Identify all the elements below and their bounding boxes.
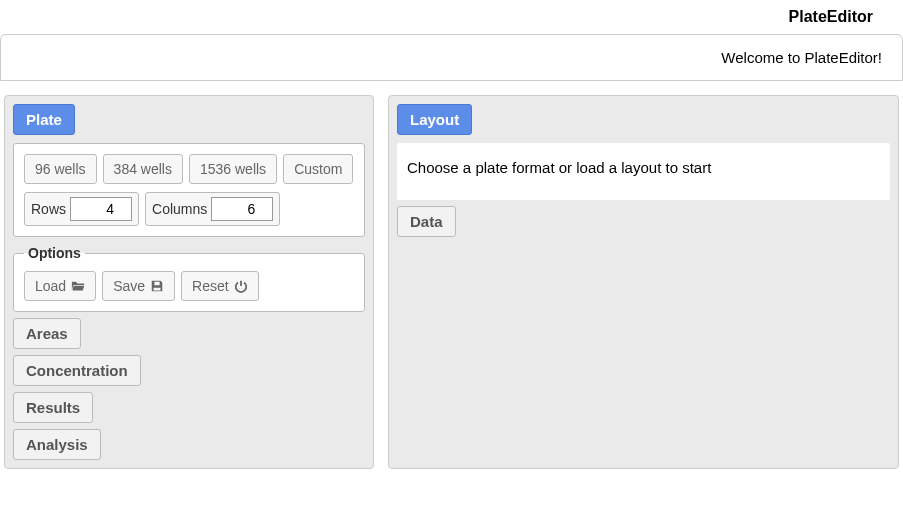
reset-label: Reset (192, 278, 229, 294)
options-buttons-row: Load Save Reset (24, 271, 354, 301)
tab-concentration[interactable]: Concentration (13, 355, 141, 386)
btn-custom[interactable]: Custom (283, 154, 353, 184)
floppy-disk-icon (150, 279, 164, 293)
right-panel: Layout Choose a plate format or load a l… (388, 95, 899, 469)
tab-plate[interactable]: Plate (13, 104, 75, 135)
dimensions-row: Rows Columns (24, 192, 354, 226)
columns-input[interactable] (211, 197, 273, 221)
btn-1536-wells[interactable]: 1536 wells (189, 154, 277, 184)
app-title: PlateEditor (0, 0, 903, 34)
rows-label: Rows (31, 201, 66, 217)
folder-open-icon (71, 279, 85, 293)
format-buttons-row: 96 wells 384 wells 1536 wells Custom (24, 154, 354, 184)
load-button[interactable]: Load (24, 271, 96, 301)
save-label: Save (113, 278, 145, 294)
options-legend: Options (24, 245, 85, 261)
load-label: Load (35, 278, 66, 294)
plate-format-panel: 96 wells 384 wells 1536 wells Custom Row… (13, 143, 365, 237)
welcome-text: Welcome to PlateEditor! (721, 49, 882, 66)
left-panel: Plate 96 wells 384 wells 1536 wells Cust… (4, 95, 374, 469)
layout-message: Choose a plate format or load a layout t… (407, 159, 711, 176)
tab-analysis[interactable]: Analysis (13, 429, 101, 460)
layout-content: Choose a plate format or load a layout t… (397, 143, 890, 200)
main-container: Plate 96 wells 384 wells 1536 wells Cust… (0, 95, 903, 469)
tab-data[interactable]: Data (397, 206, 456, 237)
rows-input[interactable] (70, 197, 132, 221)
power-icon (234, 279, 248, 293)
tab-areas[interactable]: Areas (13, 318, 81, 349)
save-button[interactable]: Save (102, 271, 175, 301)
btn-96-wells[interactable]: 96 wells (24, 154, 97, 184)
tab-layout[interactable]: Layout (397, 104, 472, 135)
btn-384-wells[interactable]: 384 wells (103, 154, 183, 184)
rows-control: Rows (24, 192, 139, 226)
options-fieldset: Options Load Save Reset (13, 245, 365, 312)
reset-button[interactable]: Reset (181, 271, 259, 301)
columns-label: Columns (152, 201, 207, 217)
welcome-banner: Welcome to PlateEditor! (0, 34, 903, 81)
tab-results[interactable]: Results (13, 392, 93, 423)
columns-control: Columns (145, 192, 280, 226)
